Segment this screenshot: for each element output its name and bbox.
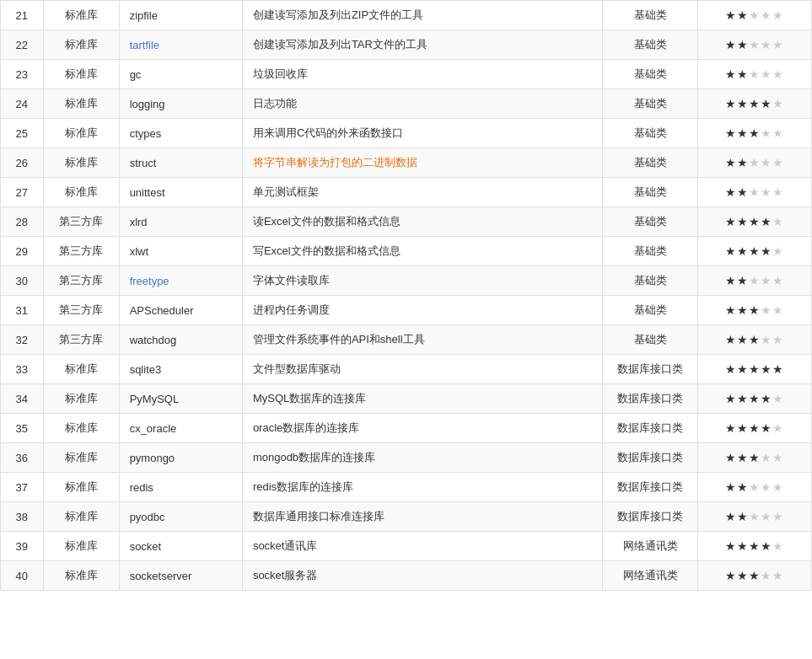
row-number: 22 xyxy=(1,30,44,60)
star-filled: ★ xyxy=(725,480,737,494)
star-empty: ★ xyxy=(761,451,772,464)
library-description: 创建读写添加及列出ZIP文件的工具 xyxy=(242,1,603,30)
library-rating: ★★★★★ xyxy=(697,178,811,207)
star-empty: ★ xyxy=(749,38,761,51)
library-category: 基础类 xyxy=(603,30,698,60)
library-rating: ★★★★★ xyxy=(697,60,811,89)
star-empty: ★ xyxy=(772,421,784,435)
star-empty: ★ xyxy=(772,480,784,494)
library-description: 文件型数据库驱动 xyxy=(242,355,603,384)
table-row: 36标准库pymongomongodb数据库的连接库数据库接口类★★★★★ xyxy=(1,443,812,473)
library-name: socket xyxy=(119,532,242,561)
library-type: 标准库 xyxy=(43,60,119,89)
library-rating: ★★★★★ xyxy=(697,207,811,237)
library-rating: ★★★★★ xyxy=(697,532,811,561)
library-type: 标准库 xyxy=(43,561,119,591)
library-type: 标准库 xyxy=(43,30,119,60)
table-row: 33标准库sqlite3文件型数据库驱动数据库接口类★★★★★ xyxy=(1,355,812,384)
library-type: 第三方库 xyxy=(43,325,119,355)
star-filled: ★ xyxy=(737,510,749,523)
library-name[interactable]: freetype xyxy=(119,266,242,296)
row-number: 36 xyxy=(1,443,44,473)
star-filled: ★ xyxy=(737,67,749,81)
star-filled: ★ xyxy=(737,97,749,110)
star-empty: ★ xyxy=(772,303,784,317)
star-filled: ★ xyxy=(737,392,749,405)
library-description: MySQL数据库的连接库 xyxy=(242,384,603,414)
library-rating: ★★★★★ xyxy=(697,561,811,591)
star-filled: ★ xyxy=(725,510,737,523)
library-description: 管理文件系统事件的API和shell工具 xyxy=(242,325,603,355)
library-rating: ★★★★★ xyxy=(697,89,811,119)
row-number: 39 xyxy=(1,532,44,561)
library-description[interactable]: 将字节串解读为打包的二进制数据 xyxy=(242,148,603,178)
library-rating: ★★★★★ xyxy=(697,325,811,355)
library-rating: ★★★★★ xyxy=(697,30,811,60)
star-filled: ★ xyxy=(725,362,737,376)
library-table: 21标准库zipfile创建读写添加及列出ZIP文件的工具基础类★★★★★22标… xyxy=(0,0,812,591)
star-filled: ★ xyxy=(737,38,749,51)
row-number: 30 xyxy=(1,266,44,296)
star-empty: ★ xyxy=(772,185,784,199)
row-number: 23 xyxy=(1,60,44,89)
star-empty: ★ xyxy=(761,274,772,287)
library-name: redis xyxy=(119,473,242,502)
library-rating: ★★★★★ xyxy=(697,414,811,443)
library-category: 网络通讯类 xyxy=(603,561,698,591)
row-number: 27 xyxy=(1,178,44,207)
star-filled: ★ xyxy=(749,392,761,405)
library-description: 写Excel文件的数据和格式信息 xyxy=(242,237,603,266)
library-category: 数据库接口类 xyxy=(603,473,698,502)
row-number: 31 xyxy=(1,296,44,325)
star-empty: ★ xyxy=(772,215,784,228)
library-type: 标准库 xyxy=(43,1,119,30)
library-description: 日志功能 xyxy=(242,89,603,119)
star-empty: ★ xyxy=(772,8,784,22)
star-filled: ★ xyxy=(725,421,737,435)
star-filled: ★ xyxy=(737,215,749,228)
star-filled: ★ xyxy=(737,569,749,582)
library-type: 标准库 xyxy=(43,119,119,148)
star-empty: ★ xyxy=(772,539,784,553)
star-empty: ★ xyxy=(772,333,784,346)
star-filled: ★ xyxy=(725,244,737,258)
library-category: 基础类 xyxy=(603,148,698,178)
star-filled: ★ xyxy=(737,303,749,317)
star-empty: ★ xyxy=(761,185,772,199)
star-filled: ★ xyxy=(725,215,737,228)
star-empty: ★ xyxy=(772,97,784,110)
star-empty: ★ xyxy=(761,8,772,22)
library-description: 用来调用C代码的外来函数接口 xyxy=(242,119,603,148)
star-empty: ★ xyxy=(772,38,784,51)
library-description: 字体文件读取库 xyxy=(242,266,603,296)
table-row: 32第三方库watchdog管理文件系统事件的API和shell工具基础类★★★… xyxy=(1,325,812,355)
star-filled: ★ xyxy=(725,539,737,553)
star-empty: ★ xyxy=(772,274,784,287)
library-category: 基础类 xyxy=(603,119,698,148)
star-filled: ★ xyxy=(749,539,761,553)
star-empty: ★ xyxy=(772,156,784,169)
star-empty: ★ xyxy=(761,510,772,523)
star-filled: ★ xyxy=(725,333,737,346)
star-empty: ★ xyxy=(761,38,772,51)
library-type: 标准库 xyxy=(43,178,119,207)
star-filled: ★ xyxy=(725,126,737,140)
library-name[interactable]: tartfile xyxy=(119,30,242,60)
star-filled: ★ xyxy=(725,185,737,199)
table-row: 39标准库socketsocket通讯库网络通讯类★★★★★ xyxy=(1,532,812,561)
library-name: socketserver xyxy=(119,561,242,591)
table-row: 30第三方库freetype字体文件读取库基础类★★★★★ xyxy=(1,266,812,296)
star-filled: ★ xyxy=(737,8,749,22)
star-empty: ★ xyxy=(772,510,784,523)
table-row: 35标准库cx_oracleoracle数据库的连接库数据库接口类★★★★★ xyxy=(1,414,812,443)
row-number: 34 xyxy=(1,384,44,414)
row-number: 40 xyxy=(1,561,44,591)
row-number: 28 xyxy=(1,207,44,237)
library-name: zipfile xyxy=(119,1,242,30)
star-filled: ★ xyxy=(749,215,761,228)
library-name: sqlite3 xyxy=(119,355,242,384)
star-filled: ★ xyxy=(761,244,772,258)
star-filled: ★ xyxy=(761,362,772,376)
star-filled: ★ xyxy=(725,156,737,169)
star-empty: ★ xyxy=(772,67,784,81)
